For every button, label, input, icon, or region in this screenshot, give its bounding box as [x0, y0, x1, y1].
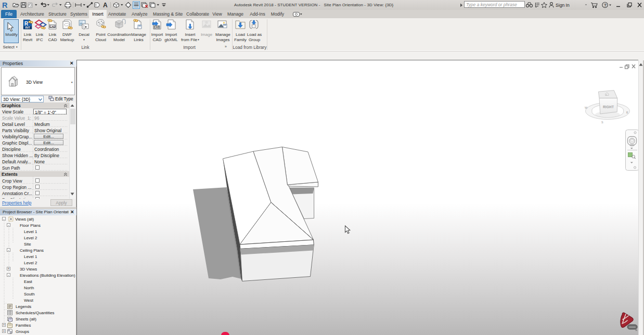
svg-text:CAD: CAD: [154, 26, 160, 29]
svg-text:E: E: [626, 111, 628, 114]
svg-text:S: S: [601, 121, 603, 124]
svg-text:A: A: [103, 2, 108, 9]
svg-text:CAD: CAD: [50, 25, 56, 28]
svg-text:W: W: [585, 106, 588, 109]
svg-text:Sign In: Sign In: [556, 3, 570, 8]
svg-text:R: R: [2, 1, 8, 9]
svg-text:?: ?: [604, 3, 607, 8]
svg-text:RVT: RVT: [25, 27, 30, 29]
svg-text:RIGHT: RIGHT: [603, 105, 614, 109]
svg-text:R: R: [24, 21, 29, 27]
